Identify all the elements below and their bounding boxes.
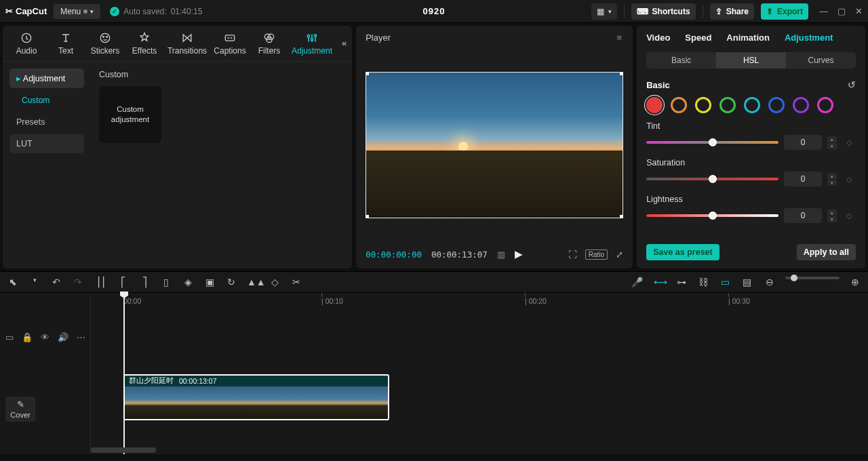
tint-value[interactable]: 0 xyxy=(784,135,822,150)
resize-handle-tr[interactable] xyxy=(620,72,623,75)
saturation-slider[interactable] xyxy=(646,178,778,180)
player-menu-button[interactable]: ≡ xyxy=(617,33,624,43)
resize-handle-tl[interactable] xyxy=(366,72,369,75)
track-mute-icon[interactable]: 🔊 xyxy=(58,332,68,342)
slider-thumb[interactable] xyxy=(709,175,717,183)
light-keyframe[interactable]: ◇ xyxy=(842,212,856,220)
swatch-green[interactable] xyxy=(719,97,736,113)
export-button[interactable]: ⬆Export xyxy=(761,3,808,20)
close-button[interactable]: ✕ xyxy=(855,6,863,16)
snap-toggle[interactable]: ⟷ xyxy=(654,277,666,287)
share-button[interactable]: ⇪Share xyxy=(710,3,754,20)
swatch-cyan[interactable] xyxy=(744,97,760,113)
track-visibility-icon[interactable]: 👁 xyxy=(41,332,50,342)
collapse-panel-button[interactable]: « xyxy=(342,38,347,48)
track-settings[interactable]: ▤ xyxy=(741,277,753,287)
tab-effects[interactable]: Effects xyxy=(125,30,164,61)
light-step-down[interactable]: ▾ xyxy=(827,216,837,222)
maximize-button[interactable]: ▢ xyxy=(837,6,846,16)
swatch-yellow[interactable] xyxy=(695,97,711,113)
tint-step-down[interactable]: ▾ xyxy=(827,143,837,149)
layout-button[interactable]: ▦▾ xyxy=(591,3,617,20)
custom-adjustment-card[interactable]: Custom adjustment xyxy=(99,86,161,143)
selection-tool[interactable]: ⬉ xyxy=(7,277,19,287)
saturation-value[interactable]: 0 xyxy=(784,172,822,186)
track-collapse-icon[interactable]: ▭ xyxy=(5,332,14,342)
subtab-hsl[interactable]: HSL xyxy=(716,52,786,68)
swatch-purple[interactable] xyxy=(793,97,809,113)
subnav-lut[interactable]: LUT xyxy=(9,134,84,153)
swatch-orange[interactable] xyxy=(671,97,687,113)
record-audio-button[interactable]: 🎤 xyxy=(631,277,643,287)
lightness-slider[interactable] xyxy=(646,214,778,217)
menu-button[interactable]: Menu▾ xyxy=(54,4,100,19)
shortcuts-button[interactable]: ⌨Shortcuts xyxy=(631,3,696,20)
preview-toggle[interactable]: ▭ xyxy=(719,277,731,287)
fullscreen-icon[interactable]: ⤢ xyxy=(616,249,623,260)
freeze-tool[interactable]: ◇ xyxy=(269,277,281,287)
crop-tool[interactable]: ✂ xyxy=(290,277,302,287)
compare-icon[interactable]: ▥ xyxy=(497,249,505,260)
link-toggle[interactable]: ⊶ xyxy=(675,277,688,287)
timeline-scrollbar[interactable] xyxy=(91,447,868,453)
zoom-out-button[interactable]: ⊖ xyxy=(764,277,776,287)
insp-tab-animation[interactable]: Animation xyxy=(726,33,770,43)
trim-left-tool[interactable]: ⎡ xyxy=(117,277,129,287)
delete-tool[interactable]: ▯ xyxy=(160,277,172,287)
insp-tab-adjustment[interactable]: Adjustment xyxy=(785,33,833,43)
resize-handle-bl[interactable] xyxy=(366,215,369,218)
swatch-red[interactable] xyxy=(646,97,663,113)
play-button[interactable]: ▶ xyxy=(515,248,523,260)
zoom-in-button[interactable]: ⊕ xyxy=(849,277,861,287)
track-more-icon[interactable]: ⋯ xyxy=(77,332,85,342)
apply-all-button[interactable]: Apply to all xyxy=(797,244,856,260)
swatch-blue[interactable] xyxy=(768,97,785,113)
tint-step-up[interactable]: ▴ xyxy=(827,136,837,142)
sat-step-up[interactable]: ▴ xyxy=(827,173,837,179)
sat-keyframe[interactable]: ◇ xyxy=(842,175,856,184)
video-clip[interactable]: 群山夕阳延时 00:00:13:07 xyxy=(123,374,389,420)
slider-thumb[interactable] xyxy=(709,212,717,220)
tint-keyframe[interactable]: ◇ xyxy=(842,138,856,147)
sat-step-down[interactable]: ▾ xyxy=(827,180,837,186)
minimize-button[interactable]: — xyxy=(819,6,828,16)
ratio-button[interactable]: Ratio xyxy=(585,249,608,260)
tab-text[interactable]: Text xyxy=(46,30,85,61)
cover-button[interactable]: ✎ Cover xyxy=(5,397,35,422)
light-step-up[interactable]: ▴ xyxy=(827,209,837,216)
tint-slider[interactable] xyxy=(646,141,778,144)
zoom-slider[interactable] xyxy=(785,277,840,279)
project-title[interactable]: 0920 xyxy=(423,6,446,16)
lightness-value[interactable]: 0 xyxy=(784,208,822,223)
timeline-tracks-area[interactable]: 00:00 | 00:10 | 00:20 | 00:30 群山夕阳延时 00:… xyxy=(91,293,868,454)
tab-filters[interactable]: Filters xyxy=(250,30,289,61)
redo-button[interactable]: ↷ xyxy=(72,277,84,287)
subnav-custom[interactable]: Custom xyxy=(9,91,84,110)
insp-tab-video[interactable]: Video xyxy=(646,33,670,43)
preview-frame[interactable] xyxy=(366,72,623,218)
tab-captions[interactable]: Captions xyxy=(210,30,250,61)
timeline-ruler[interactable]: 00:00 | 00:10 | 00:20 | 00:30 xyxy=(91,293,868,310)
track-lock-icon[interactable]: 🔒 xyxy=(22,332,33,342)
tab-transitions[interactable]: Transitions xyxy=(164,30,210,61)
tab-audio[interactable]: Audio xyxy=(7,30,46,61)
reset-button[interactable]: ↺ xyxy=(848,79,856,90)
duplicate-tool[interactable]: ▣ xyxy=(203,277,216,287)
subtab-basic[interactable]: Basic xyxy=(646,52,716,68)
subtab-curves[interactable]: Curves xyxy=(786,52,856,68)
slider-thumb[interactable] xyxy=(709,138,717,146)
tab-adjustment[interactable]: Adjustment xyxy=(289,30,335,61)
swatch-magenta[interactable] xyxy=(817,97,833,113)
player-viewport[interactable] xyxy=(366,48,623,241)
split-tool[interactable]: ⎮⎮ xyxy=(95,277,107,287)
marker-tool[interactable]: ◈ xyxy=(182,277,194,287)
chain-toggle[interactable]: ⛓ xyxy=(697,277,709,287)
insp-tab-speed[interactable]: Speed xyxy=(685,33,711,43)
trim-right-tool[interactable]: ⎤ xyxy=(138,277,151,287)
save-preset-button[interactable]: Save as preset xyxy=(646,244,719,260)
subnav-adjustment[interactable]: ▸ Adjustment xyxy=(9,68,84,88)
resize-handle-br[interactable] xyxy=(620,215,623,218)
tab-stickers[interactable]: Stickers xyxy=(85,30,125,61)
subnav-presets[interactable]: Presets xyxy=(9,113,84,132)
selection-mode-dropdown[interactable]: ▾ xyxy=(28,277,41,287)
